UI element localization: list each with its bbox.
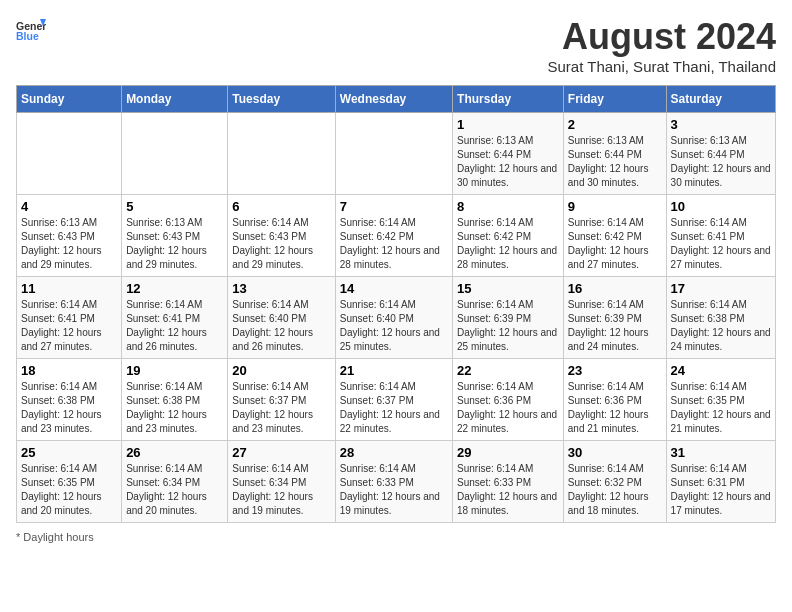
weekday-header: Saturday bbox=[666, 86, 775, 113]
day-info: Sunrise: 6:14 AM Sunset: 6:37 PM Dayligh… bbox=[232, 380, 330, 436]
day-info: Sunrise: 6:14 AM Sunset: 6:32 PM Dayligh… bbox=[568, 462, 662, 518]
calendar-cell bbox=[122, 113, 228, 195]
title-area: August 2024 Surat Thani, Surat Thani, Th… bbox=[548, 16, 776, 75]
day-number: 19 bbox=[126, 363, 223, 378]
day-number: 2 bbox=[568, 117, 662, 132]
day-number: 22 bbox=[457, 363, 559, 378]
calendar-cell: 17Sunrise: 6:14 AM Sunset: 6:38 PM Dayli… bbox=[666, 277, 775, 359]
calendar-cell: 15Sunrise: 6:14 AM Sunset: 6:39 PM Dayli… bbox=[453, 277, 564, 359]
calendar-cell: 19Sunrise: 6:14 AM Sunset: 6:38 PM Dayli… bbox=[122, 359, 228, 441]
day-info: Sunrise: 6:14 AM Sunset: 6:43 PM Dayligh… bbox=[232, 216, 330, 272]
day-number: 12 bbox=[126, 281, 223, 296]
calendar-cell: 26Sunrise: 6:14 AM Sunset: 6:34 PM Dayli… bbox=[122, 441, 228, 523]
weekday-header: Tuesday bbox=[228, 86, 335, 113]
day-number: 10 bbox=[671, 199, 771, 214]
calendar-week-row: 25Sunrise: 6:14 AM Sunset: 6:35 PM Dayli… bbox=[17, 441, 776, 523]
calendar-cell: 9Sunrise: 6:14 AM Sunset: 6:42 PM Daylig… bbox=[563, 195, 666, 277]
calendar-week-row: 4Sunrise: 6:13 AM Sunset: 6:43 PM Daylig… bbox=[17, 195, 776, 277]
calendar-cell: 24Sunrise: 6:14 AM Sunset: 6:35 PM Dayli… bbox=[666, 359, 775, 441]
calendar-cell bbox=[335, 113, 452, 195]
weekday-header-row: SundayMondayTuesdayWednesdayThursdayFrid… bbox=[17, 86, 776, 113]
calendar-cell: 25Sunrise: 6:14 AM Sunset: 6:35 PM Dayli… bbox=[17, 441, 122, 523]
day-number: 24 bbox=[671, 363, 771, 378]
calendar-week-row: 18Sunrise: 6:14 AM Sunset: 6:38 PM Dayli… bbox=[17, 359, 776, 441]
day-number: 3 bbox=[671, 117, 771, 132]
weekday-header: Wednesday bbox=[335, 86, 452, 113]
day-info: Sunrise: 6:13 AM Sunset: 6:43 PM Dayligh… bbox=[126, 216, 223, 272]
day-info: Sunrise: 6:14 AM Sunset: 6:41 PM Dayligh… bbox=[126, 298, 223, 354]
calendar-cell: 23Sunrise: 6:14 AM Sunset: 6:36 PM Dayli… bbox=[563, 359, 666, 441]
calendar-week-row: 11Sunrise: 6:14 AM Sunset: 6:41 PM Dayli… bbox=[17, 277, 776, 359]
day-number: 13 bbox=[232, 281, 330, 296]
day-number: 11 bbox=[21, 281, 117, 296]
day-info: Sunrise: 6:14 AM Sunset: 6:42 PM Dayligh… bbox=[340, 216, 448, 272]
calendar-week-row: 1Sunrise: 6:13 AM Sunset: 6:44 PM Daylig… bbox=[17, 113, 776, 195]
day-number: 18 bbox=[21, 363, 117, 378]
weekday-header: Friday bbox=[563, 86, 666, 113]
day-number: 16 bbox=[568, 281, 662, 296]
calendar-cell: 21Sunrise: 6:14 AM Sunset: 6:37 PM Dayli… bbox=[335, 359, 452, 441]
calendar-cell: 3Sunrise: 6:13 AM Sunset: 6:44 PM Daylig… bbox=[666, 113, 775, 195]
calendar-cell: 7Sunrise: 6:14 AM Sunset: 6:42 PM Daylig… bbox=[335, 195, 452, 277]
day-number: 14 bbox=[340, 281, 448, 296]
day-info: Sunrise: 6:14 AM Sunset: 6:33 PM Dayligh… bbox=[340, 462, 448, 518]
day-number: 26 bbox=[126, 445, 223, 460]
day-info: Sunrise: 6:14 AM Sunset: 6:34 PM Dayligh… bbox=[126, 462, 223, 518]
logo: General Blue bbox=[16, 16, 46, 46]
calendar-table: SundayMondayTuesdayWednesdayThursdayFrid… bbox=[16, 85, 776, 523]
day-number: 28 bbox=[340, 445, 448, 460]
weekday-header: Thursday bbox=[453, 86, 564, 113]
calendar-cell: 13Sunrise: 6:14 AM Sunset: 6:40 PM Dayli… bbox=[228, 277, 335, 359]
day-info: Sunrise: 6:14 AM Sunset: 6:36 PM Dayligh… bbox=[457, 380, 559, 436]
day-info: Sunrise: 6:14 AM Sunset: 6:40 PM Dayligh… bbox=[340, 298, 448, 354]
day-number: 27 bbox=[232, 445, 330, 460]
svg-text:Blue: Blue bbox=[16, 30, 39, 42]
footer-note: * Daylight hours bbox=[16, 531, 776, 543]
main-title: August 2024 bbox=[548, 16, 776, 58]
calendar-cell: 16Sunrise: 6:14 AM Sunset: 6:39 PM Dayli… bbox=[563, 277, 666, 359]
calendar-cell: 5Sunrise: 6:13 AM Sunset: 6:43 PM Daylig… bbox=[122, 195, 228, 277]
logo-icon: General Blue bbox=[16, 16, 46, 46]
day-info: Sunrise: 6:13 AM Sunset: 6:43 PM Dayligh… bbox=[21, 216, 117, 272]
day-number: 4 bbox=[21, 199, 117, 214]
day-info: Sunrise: 6:13 AM Sunset: 6:44 PM Dayligh… bbox=[671, 134, 771, 190]
calendar-cell: 2Sunrise: 6:13 AM Sunset: 6:44 PM Daylig… bbox=[563, 113, 666, 195]
day-number: 21 bbox=[340, 363, 448, 378]
day-number: 5 bbox=[126, 199, 223, 214]
day-number: 17 bbox=[671, 281, 771, 296]
day-info: Sunrise: 6:14 AM Sunset: 6:33 PM Dayligh… bbox=[457, 462, 559, 518]
day-number: 23 bbox=[568, 363, 662, 378]
day-info: Sunrise: 6:14 AM Sunset: 6:42 PM Dayligh… bbox=[457, 216, 559, 272]
day-number: 15 bbox=[457, 281, 559, 296]
day-number: 1 bbox=[457, 117, 559, 132]
calendar-cell: 1Sunrise: 6:13 AM Sunset: 6:44 PM Daylig… bbox=[453, 113, 564, 195]
day-number: 29 bbox=[457, 445, 559, 460]
calendar-cell: 29Sunrise: 6:14 AM Sunset: 6:33 PM Dayli… bbox=[453, 441, 564, 523]
calendar-cell: 6Sunrise: 6:14 AM Sunset: 6:43 PM Daylig… bbox=[228, 195, 335, 277]
calendar-cell: 27Sunrise: 6:14 AM Sunset: 6:34 PM Dayli… bbox=[228, 441, 335, 523]
calendar-cell bbox=[17, 113, 122, 195]
calendar-cell: 12Sunrise: 6:14 AM Sunset: 6:41 PM Dayli… bbox=[122, 277, 228, 359]
calendar-cell: 31Sunrise: 6:14 AM Sunset: 6:31 PM Dayli… bbox=[666, 441, 775, 523]
day-number: 7 bbox=[340, 199, 448, 214]
day-info: Sunrise: 6:14 AM Sunset: 6:40 PM Dayligh… bbox=[232, 298, 330, 354]
day-info: Sunrise: 6:13 AM Sunset: 6:44 PM Dayligh… bbox=[457, 134, 559, 190]
day-info: Sunrise: 6:14 AM Sunset: 6:35 PM Dayligh… bbox=[671, 380, 771, 436]
day-info: Sunrise: 6:13 AM Sunset: 6:44 PM Dayligh… bbox=[568, 134, 662, 190]
calendar-cell: 30Sunrise: 6:14 AM Sunset: 6:32 PM Dayli… bbox=[563, 441, 666, 523]
day-number: 30 bbox=[568, 445, 662, 460]
day-number: 8 bbox=[457, 199, 559, 214]
calendar-cell: 11Sunrise: 6:14 AM Sunset: 6:41 PM Dayli… bbox=[17, 277, 122, 359]
weekday-header: Sunday bbox=[17, 86, 122, 113]
day-info: Sunrise: 6:14 AM Sunset: 6:36 PM Dayligh… bbox=[568, 380, 662, 436]
day-info: Sunrise: 6:14 AM Sunset: 6:42 PM Dayligh… bbox=[568, 216, 662, 272]
day-number: 20 bbox=[232, 363, 330, 378]
calendar-cell: 10Sunrise: 6:14 AM Sunset: 6:41 PM Dayli… bbox=[666, 195, 775, 277]
day-info: Sunrise: 6:14 AM Sunset: 6:38 PM Dayligh… bbox=[21, 380, 117, 436]
calendar-cell: 4Sunrise: 6:13 AM Sunset: 6:43 PM Daylig… bbox=[17, 195, 122, 277]
calendar-cell: 14Sunrise: 6:14 AM Sunset: 6:40 PM Dayli… bbox=[335, 277, 452, 359]
day-info: Sunrise: 6:14 AM Sunset: 6:39 PM Dayligh… bbox=[457, 298, 559, 354]
sub-title: Surat Thani, Surat Thani, Thailand bbox=[548, 58, 776, 75]
day-info: Sunrise: 6:14 AM Sunset: 6:38 PM Dayligh… bbox=[671, 298, 771, 354]
day-info: Sunrise: 6:14 AM Sunset: 6:37 PM Dayligh… bbox=[340, 380, 448, 436]
